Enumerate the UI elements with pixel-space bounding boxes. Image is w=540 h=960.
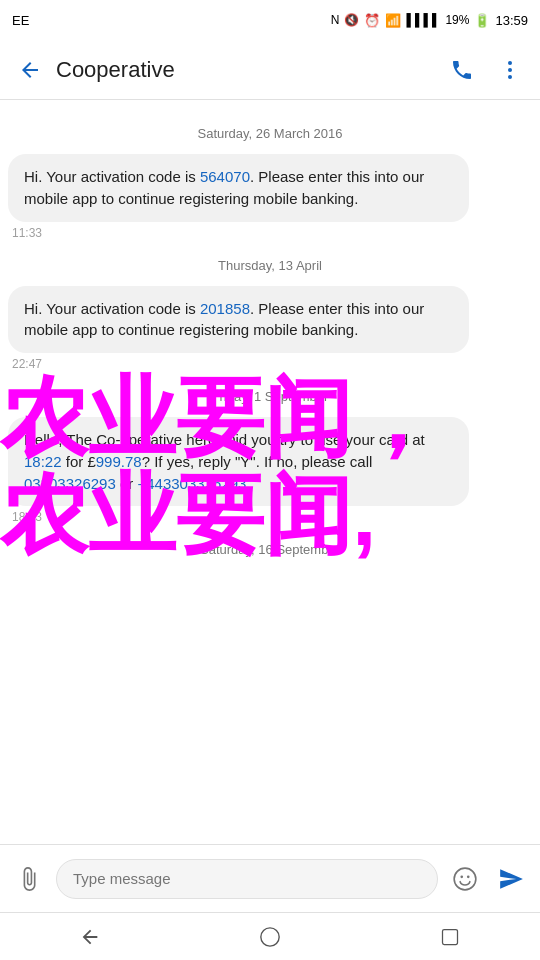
nav-home-button[interactable]	[240, 917, 300, 957]
nav-bar	[0, 912, 540, 960]
message-text-2: Hi. Your activation code is 201858. Plea…	[24, 298, 453, 342]
battery-percent: 19%	[445, 13, 469, 27]
date-label-3: Friday, 1 September	[212, 389, 329, 404]
nfc-icon: N	[331, 13, 340, 27]
date-divider-3: Friday, 1 September	[8, 387, 532, 405]
input-bar	[0, 844, 540, 912]
message-bubble-3: Hello, The Co-operative here. Did you tr…	[8, 417, 469, 506]
mute-icon: 🔇	[344, 13, 359, 27]
svg-point-1	[508, 68, 512, 72]
time-link[interactable]: 18:22	[24, 453, 62, 470]
app-bar: Cooperative	[0, 40, 540, 100]
svg-rect-7	[443, 929, 458, 944]
chat-title: Cooperative	[56, 57, 440, 83]
message-text-1: Hi. Your activation code is 564070. Plea…	[24, 166, 453, 210]
date-label-4: Saturday, 16 September	[200, 542, 340, 557]
message-text-3: Hello, The Co-operative here. Did you tr…	[24, 429, 453, 494]
activation-code-link-2[interactable]: 201858	[200, 300, 250, 317]
message-time-3: 18:33	[12, 510, 532, 524]
svg-point-2	[508, 75, 512, 79]
alarm-icon: ⏰	[364, 13, 380, 28]
phone-link-2[interactable]: +443303326293	[137, 475, 246, 492]
svg-point-6	[261, 927, 279, 945]
date-label-2: Thursday, 13 April	[218, 258, 322, 273]
time-label: 13:59	[495, 13, 528, 28]
signal-icon: ▌▌▌▌	[406, 13, 440, 27]
messages-area: Saturday, 26 March 2016 Hi. Your activat…	[0, 100, 540, 892]
more-button[interactable]	[488, 48, 532, 92]
svg-point-3	[454, 868, 476, 890]
date-label-1: Saturday, 26 March 2016	[197, 126, 342, 141]
battery-icon: 🔋	[474, 13, 490, 28]
wifi-icon: 📶	[385, 13, 401, 28]
carrier-info: EE	[12, 13, 29, 28]
status-bar: EE N 🔇 ⏰ 📶 ▌▌▌▌ 19% 🔋 13:59	[0, 0, 540, 40]
send-button[interactable]	[492, 860, 530, 898]
activation-code-link-1[interactable]: 564070	[200, 168, 250, 185]
carrier-label: EE	[12, 13, 29, 28]
date-divider-4: Saturday, 16 September	[8, 540, 532, 558]
message-bubble-2: Hi. Your activation code is 201858. Plea…	[8, 286, 469, 354]
amount-link[interactable]: 999.78	[96, 453, 142, 470]
date-divider-1: Saturday, 26 March 2016	[8, 124, 532, 142]
app-bar-actions	[440, 48, 532, 92]
message-time-2: 22:47	[12, 357, 532, 371]
attach-button[interactable]	[10, 860, 48, 898]
status-icons: N 🔇 ⏰ 📶 ▌▌▌▌ 19% 🔋 13:59	[331, 13, 528, 28]
nav-back-button[interactable]	[60, 917, 120, 957]
message-input[interactable]	[56, 859, 438, 899]
message-time-1: 11:33	[12, 226, 532, 240]
svg-point-4	[460, 875, 463, 878]
svg-point-5	[467, 875, 470, 878]
svg-point-0	[508, 61, 512, 65]
nav-recents-button[interactable]	[420, 917, 480, 957]
phone-link-1[interactable]: 03303326293	[24, 475, 116, 492]
message-bubble-1: Hi. Your activation code is 564070. Plea…	[8, 154, 469, 222]
date-divider-2: Thursday, 13 April	[8, 256, 532, 274]
phone-button[interactable]	[440, 48, 484, 92]
emoji-button[interactable]	[446, 860, 484, 898]
back-button[interactable]	[8, 48, 52, 92]
